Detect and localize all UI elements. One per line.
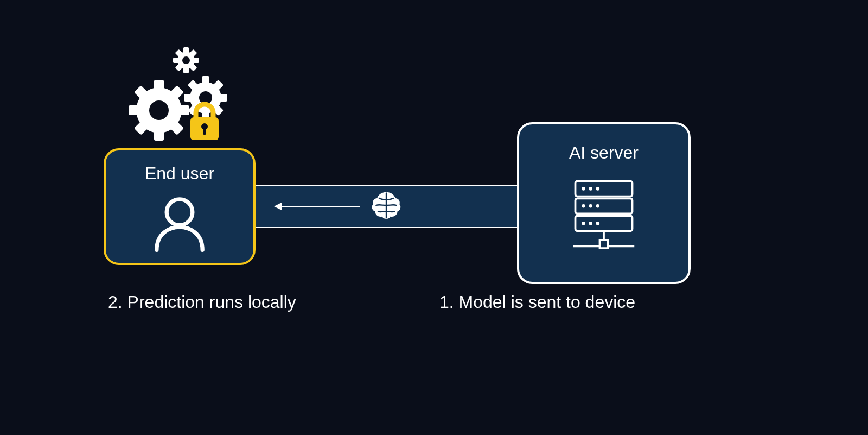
svg-point-45 [596,222,599,225]
svg-point-39 [596,187,599,191]
lock-icon [188,102,221,141]
ai-server-title: AI server [569,143,639,163]
svg-point-43 [582,222,585,225]
caption-model-sent: 1. Model is sent to device [439,292,635,312]
svg-point-19 [149,100,169,120]
svg-point-42 [596,204,599,208]
svg-point-33 [167,199,193,225]
arrow-line [278,206,360,207]
server-icon [563,176,644,260]
end-user-title: End user [145,163,214,184]
svg-point-9 [182,56,190,64]
brain-icon [370,189,403,224]
ai-server-box: AI server [517,122,691,284]
svg-point-37 [582,187,585,191]
caption-prediction-local: 2. Prediction runs locally [108,292,296,312]
diagram-canvas: End user AI server [0,0,868,435]
svg-point-38 [589,187,592,191]
svg-point-44 [589,222,592,225]
arrow-left-icon [274,203,282,210]
svg-point-41 [589,204,592,208]
svg-rect-32 [203,128,206,135]
user-icon [150,192,209,254]
end-user-box: End user [104,148,256,265]
svg-rect-48 [600,240,608,248]
connector-bar [256,185,517,228]
svg-point-40 [582,204,585,208]
